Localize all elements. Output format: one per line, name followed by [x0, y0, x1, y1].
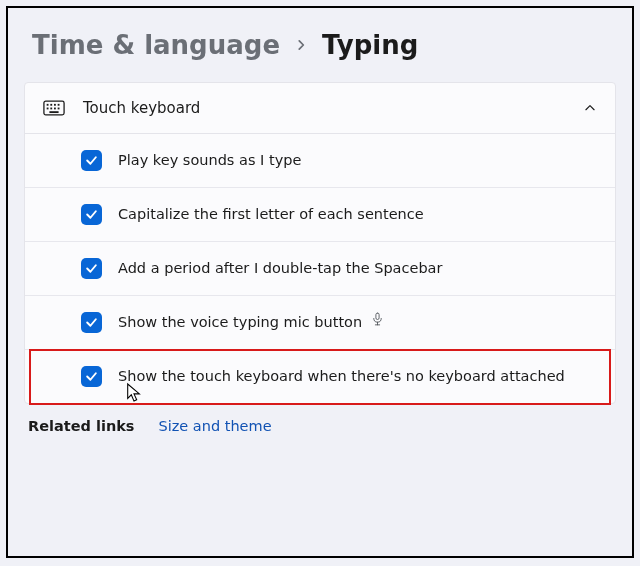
svg-rect-6: [50, 108, 52, 110]
svg-rect-2: [50, 104, 52, 106]
svg-rect-5: [47, 108, 49, 110]
svg-rect-8: [58, 108, 60, 110]
checkbox[interactable]: [81, 204, 102, 225]
option-label: Show the voice typing mic button: [118, 312, 597, 333]
option-row[interactable]: Play key sounds as I type: [25, 134, 615, 188]
mic-icon: [371, 312, 384, 327]
breadcrumb: Time & language Typing: [32, 30, 616, 60]
checkbox[interactable]: [81, 150, 102, 171]
option-label: Play key sounds as I type: [118, 151, 597, 171]
chevron-up-icon: [583, 101, 597, 115]
section-title: Touch keyboard: [83, 99, 565, 117]
option-label: Capitalize the first letter of each sent…: [118, 205, 597, 225]
breadcrumb-parent[interactable]: Time & language: [32, 30, 280, 60]
touch-keyboard-card: Touch keyboard Play key sounds as I type…: [24, 82, 616, 404]
checkbox[interactable]: [81, 312, 102, 333]
keyboard-icon: [43, 100, 65, 116]
option-row[interactable]: Show the voice typing mic button: [25, 296, 615, 350]
chevron-right-icon: [294, 38, 308, 52]
touch-keyboard-header[interactable]: Touch keyboard: [25, 83, 615, 134]
option-row[interactable]: Add a period after I double-tap the Spac…: [25, 242, 615, 296]
related-links-title: Related links: [28, 418, 134, 434]
option-row[interactable]: Show the touch keyboard when there's no …: [25, 350, 615, 403]
svg-rect-1: [47, 104, 49, 106]
svg-rect-7: [54, 108, 56, 110]
svg-rect-10: [376, 313, 379, 319]
option-label: Show the touch keyboard when there's no …: [118, 367, 597, 387]
checkbox[interactable]: [81, 366, 102, 387]
svg-rect-3: [54, 104, 56, 106]
svg-rect-9: [49, 111, 58, 113]
option-row[interactable]: Capitalize the first letter of each sent…: [25, 188, 615, 242]
related-links: Related links Size and theme: [24, 404, 616, 434]
option-label: Add a period after I double-tap the Spac…: [118, 259, 597, 279]
checkbox[interactable]: [81, 258, 102, 279]
svg-rect-4: [58, 104, 60, 106]
size-and-theme-link[interactable]: Size and theme: [158, 418, 271, 434]
breadcrumb-current: Typing: [322, 30, 418, 60]
